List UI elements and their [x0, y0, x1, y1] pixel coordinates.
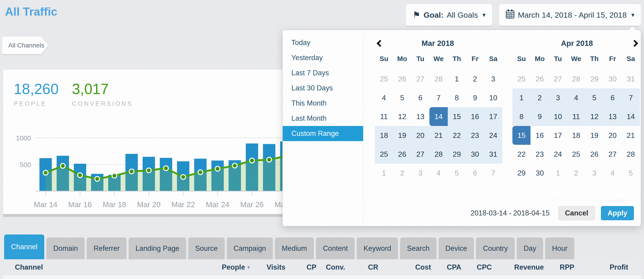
date-range-button[interactable]: March 14, 2018 - April 15, 2018 ▾ — [499, 4, 641, 26]
calendar-day[interactable]: 4 — [567, 88, 585, 107]
calendar-day[interactable]: 15 — [448, 107, 466, 126]
column-header-cp[interactable]: CP — [286, 263, 316, 271]
breadcrumb[interactable]: All Channels — [2, 37, 48, 54]
column-header-channel[interactable]: Channel — [15, 263, 198, 271]
calendar-day[interactable]: 26 — [393, 145, 411, 164]
column-header-cr[interactable]: CR — [345, 263, 378, 271]
chart-point[interactable] — [129, 169, 134, 174]
preset-custom-range[interactable]: Custom Range — [283, 126, 363, 141]
calendar-day[interactable]: 27 — [549, 70, 567, 88]
column-header-rpp[interactable]: RPP — [544, 263, 574, 271]
calendar-day[interactable]: 10 — [549, 107, 567, 126]
calendar-day[interactable]: 19 — [585, 126, 604, 145]
calendar-day[interactable]: 22 — [448, 126, 466, 145]
calendar-day[interactable]: 5 — [585, 88, 604, 107]
calendar-day[interactable]: 8 — [512, 107, 530, 126]
column-header-cpa[interactable]: CPA — [431, 263, 461, 271]
calendar-day[interactable]: 25 — [567, 145, 585, 164]
calendar-day[interactable]: 13 — [604, 107, 622, 126]
tab-medium[interactable]: Medium — [275, 237, 314, 259]
calendar-day[interactable]: 28 — [567, 70, 585, 88]
chart-point[interactable] — [146, 168, 151, 173]
calendar-day[interactable]: 6 — [411, 88, 430, 107]
chart-point[interactable] — [95, 176, 100, 181]
calendar-day[interactable]: 12 — [585, 107, 604, 126]
calendar-day[interactable]: 3 — [549, 88, 567, 107]
tab-source[interactable]: Source — [188, 237, 224, 259]
tab-landing-page[interactable]: Landing Page — [128, 237, 186, 259]
preset-last-30-days[interactable]: Last 30 Days — [283, 81, 363, 96]
chart-point[interactable] — [232, 163, 237, 168]
calendar-day[interactable]: 1 — [512, 88, 530, 107]
calendar-day[interactable]: 5 — [393, 88, 411, 107]
tab-hour[interactable]: Hour — [545, 237, 574, 259]
tab-country[interactable]: Country — [476, 237, 515, 259]
apply-button[interactable]: Apply — [601, 206, 634, 220]
goal-selector-button[interactable]: ⚑ Goal: All Goals ▾ — [406, 4, 492, 26]
calendar-day[interactable]: 27 — [411, 70, 430, 88]
chart-point[interactable] — [60, 163, 65, 168]
tab-device[interactable]: Device — [438, 237, 474, 259]
calendar-day[interactable]: 25 — [375, 145, 393, 164]
chart-point[interactable] — [112, 173, 117, 178]
calendar-day[interactable]: 30 — [530, 164, 549, 182]
calendar-day[interactable]: 9 — [530, 107, 549, 126]
chart-point[interactable] — [198, 170, 203, 175]
calendar-day[interactable]: 17 — [484, 107, 502, 126]
chart-point[interactable] — [164, 166, 168, 171]
calendar-day[interactable]: 26 — [585, 145, 604, 164]
calendar-day[interactable]: 4 — [375, 88, 393, 107]
calendar-day[interactable]: 3 — [411, 164, 430, 182]
column-header-cost[interactable]: Cost — [378, 263, 431, 271]
calendar-day[interactable]: 23 — [466, 126, 484, 145]
calendar-day-selected[interactable]: 15 — [512, 126, 530, 145]
tab-search[interactable]: Search — [400, 237, 436, 259]
calendar-day[interactable]: 1 — [448, 70, 466, 88]
tab-content[interactable]: Content — [316, 237, 355, 259]
calendar-day[interactable]: 28 — [430, 145, 448, 164]
calendar-day[interactable]: 27 — [604, 145, 622, 164]
calendar-day[interactable]: 30 — [604, 70, 622, 88]
tab-domain[interactable]: Domain — [46, 237, 84, 259]
calendar-day[interactable]: 24 — [549, 145, 567, 164]
calendar-day[interactable]: 12 — [393, 107, 411, 126]
calendar-day[interactable]: 21 — [622, 126, 640, 145]
calendar-day[interactable]: 29 — [585, 70, 604, 88]
calendar-day[interactable]: 7 — [484, 164, 502, 182]
calendar-day[interactable]: 7 — [430, 88, 448, 107]
calendar-day[interactable]: 16 — [530, 126, 549, 145]
preset-yesterday[interactable]: Yesterday — [283, 50, 363, 65]
calendar-day[interactable]: 28 — [430, 70, 448, 88]
column-header-profit[interactable]: Profit — [574, 263, 628, 271]
calendar-day[interactable]: 3 — [585, 164, 604, 182]
tab-keyword[interactable]: Keyword — [357, 237, 398, 259]
calendar-day[interactable]: 31 — [622, 70, 640, 88]
calendar-day[interactable]: 30 — [466, 145, 484, 164]
tab-channel[interactable]: Channel — [4, 234, 44, 259]
chart-point[interactable] — [43, 170, 48, 175]
column-header-visits[interactable]: Visits — [250, 263, 286, 271]
calendar-day-selected[interactable]: 14 — [430, 107, 448, 126]
calendar-day[interactable]: 29 — [512, 164, 530, 182]
calendar-day[interactable]: 23 — [530, 145, 549, 164]
calendar-day[interactable]: 16 — [466, 107, 484, 126]
calendar-day[interactable]: 20 — [604, 126, 622, 145]
calendar-day[interactable]: 1 — [549, 164, 567, 182]
tab-campaign[interactable]: Campaign — [227, 237, 273, 259]
calendar-day[interactable]: 9 — [466, 88, 484, 107]
calendar-day[interactable]: 10 — [484, 88, 502, 107]
calendar-day[interactable]: 2 — [466, 70, 484, 88]
calendar-day[interactable]: 7 — [622, 88, 640, 107]
calendar-day[interactable]: 2 — [530, 88, 549, 107]
calendar-day[interactable]: 22 — [512, 145, 530, 164]
calendar-day[interactable]: 2 — [567, 164, 585, 182]
calendar-day[interactable]: 20 — [411, 126, 430, 145]
tab-referrer[interactable]: Referrer — [87, 237, 126, 259]
calendar-day[interactable]: 25 — [512, 70, 530, 88]
calendar-day[interactable]: 21 — [430, 126, 448, 145]
calendar-day[interactable]: 26 — [393, 70, 411, 88]
calendar-day[interactable]: 3 — [484, 70, 502, 88]
tab-day[interactable]: Day — [517, 237, 543, 259]
preset-last-month[interactable]: Last Month — [283, 111, 363, 126]
chart-point[interactable] — [181, 175, 186, 179]
